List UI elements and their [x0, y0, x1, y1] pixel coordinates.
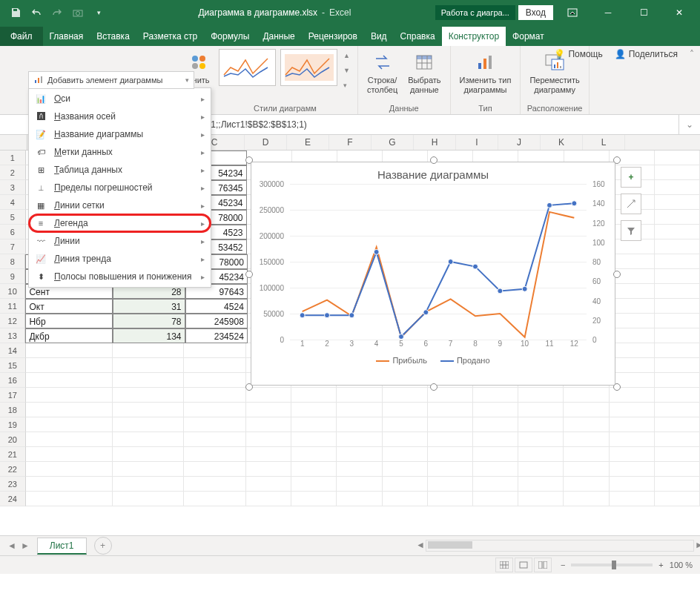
row-header[interactable]: 13 [0, 328, 25, 343]
dd-item-6[interactable]: ▦Линии сетки▸ [29, 196, 211, 214]
add-chart-element-button[interactable]: Добавить элемент диаграммы ▾ [28, 71, 194, 89]
row-header[interactable]: 6 [0, 225, 26, 239]
qat-dropdown-icon[interactable]: ▾ [90, 4, 107, 21]
chevron-right-icon: ▸ [201, 237, 205, 245]
row-header[interactable]: 24 [0, 492, 26, 506]
colh-d[interactable]: D [245, 135, 287, 150]
zoom-out-button[interactable]: − [561, 561, 565, 569]
row-header[interactable]: 23 [0, 477, 26, 492]
dd-item-3[interactable]: 🏷Метки данных▸ [29, 143, 211, 161]
chart-style-1[interactable] [219, 49, 276, 86]
camera-icon[interactable] [70, 4, 86, 21]
row-header[interactable]: 5 [0, 210, 26, 225]
row-header[interactable]: 14 [0, 343, 26, 358]
zoom-controls[interactable]: − + 100 % [561, 561, 693, 569]
chart-legend[interactable]: Прибыль Продано [251, 353, 615, 368]
zoom-value[interactable]: 100 % [670, 561, 693, 569]
row-header[interactable]: 12 [0, 314, 25, 328]
save-icon[interactable] [7, 4, 24, 21]
sheet-tab-active[interactable]: Лист1 [37, 538, 87, 555]
swap-row-col-button[interactable]: Строка/ столбец [364, 49, 400, 96]
row-header[interactable]: 4 [0, 195, 26, 210]
row-header[interactable]: 18 [0, 403, 26, 417]
select-all-corner[interactable] [0, 135, 27, 150]
row-header[interactable]: 20 [0, 432, 26, 447]
row-header[interactable]: 10 [0, 284, 25, 299]
view-page-break-button[interactable] [534, 558, 552, 572]
dd-item-4[interactable]: ⊞Таблица данных▸ [29, 161, 211, 179]
row-header[interactable]: 21 [0, 447, 26, 462]
expand-formula-icon[interactable]: ⌄ [678, 115, 700, 134]
sheet-nav[interactable]: ◄► [0, 540, 37, 551]
colh-f[interactable]: F [329, 135, 372, 150]
tab-review[interactable]: Рецензиров [302, 27, 364, 46]
add-element-label: Добавить элемент диаграммы [47, 76, 162, 85]
row-header[interactable]: 22 [0, 462, 26, 477]
colh-l[interactable]: L [583, 135, 625, 150]
undo-icon[interactable] [28, 4, 44, 21]
row-header[interactable]: 3 [0, 180, 26, 195]
row-header[interactable]: 19 [0, 417, 26, 432]
add-sheet-button[interactable]: + [94, 537, 112, 555]
tab-formulas[interactable]: Формулы [204, 27, 256, 46]
redo-icon[interactable] [49, 4, 65, 21]
row-header[interactable]: 7 [0, 239, 26, 254]
dd-item-5[interactable]: ⟂Пределы погрешностей▸ [29, 179, 211, 196]
tab-view[interactable]: Вид [364, 27, 394, 46]
tab-help[interactable]: Справка [394, 27, 442, 46]
row-header[interactable]: 11 [0, 299, 25, 314]
tab-data[interactable]: Данные [256, 27, 301, 46]
close-button[interactable]: ✕ [663, 0, 696, 24]
embedded-chart[interactable]: + Название диаграммы 0500001000001500002… [251, 162, 615, 386]
minimize-button[interactable]: ─ [592, 0, 624, 24]
dd-item-0[interactable]: 📊Оси▸ [29, 90, 211, 108]
share-button[interactable]: 👤Поделиться [615, 49, 678, 59]
ribbon-options-icon[interactable] [556, 0, 589, 24]
chart-title[interactable]: Название диаграммы [251, 162, 615, 184]
colh-j[interactable]: J [498, 135, 541, 150]
horizontal-scrollbar[interactable]: ◄► [112, 540, 700, 552]
chart-filter-side-button[interactable] [621, 220, 641, 241]
row-header[interactable]: 1 [0, 151, 26, 165]
tab-insert[interactable]: Вставка [90, 27, 136, 46]
dd-item-9[interactable]: 📈Линия тренда▸ [29, 250, 211, 268]
chart-style-2[interactable] [280, 49, 337, 86]
zoom-slider[interactable] [571, 563, 653, 566]
tab-file[interactable]: Файл [0, 27, 43, 46]
view-normal-button[interactable] [495, 558, 513, 572]
view-page-layout-button[interactable] [515, 558, 532, 572]
chart-plot-area[interactable]: 050000100000150000200000250000300000 020… [290, 184, 587, 340]
tab-layout[interactable]: Разметка стр [136, 27, 204, 46]
chart-styles-side-button[interactable] [621, 194, 641, 214]
change-chart-type-button[interactable]: Изменить тип диаграммы [457, 49, 515, 96]
sign-in-button[interactable]: Вход [518, 5, 553, 20]
colh-g[interactable]: G [372, 135, 414, 150]
row-header[interactable]: 16 [0, 373, 26, 388]
chart-add-element-side-button[interactable]: + [621, 167, 641, 188]
dd-item-2[interactable]: 📝Название диаграммы▸ [29, 125, 211, 143]
row-header[interactable]: 15 [0, 358, 26, 373]
dd-item-10[interactable]: ⬍Полосы повышения и понижения▸ [29, 268, 211, 285]
style-gallery-scroll[interactable]: ▲▼▾ [342, 49, 351, 92]
colh-i[interactable]: I [456, 135, 498, 150]
select-data-button[interactable]: Выбрать данные [405, 49, 443, 96]
colh-e[interactable]: E [287, 135, 329, 150]
colh-k[interactable]: K [541, 135, 583, 150]
formula-input[interactable] [136, 115, 678, 134]
zoom-in-button[interactable]: + [658, 561, 663, 569]
svg-point-29 [498, 288, 503, 294]
row-header[interactable]: 2 [0, 165, 26, 180]
dd-item-1[interactable]: 🅰Названия осей▸ [29, 108, 211, 125]
colh-h[interactable]: H [414, 135, 456, 150]
row-header[interactable]: 8 [0, 254, 25, 269]
row-header[interactable]: 9 [0, 269, 25, 284]
maximize-button[interactable]: ☐ [627, 0, 660, 24]
tab-home[interactable]: Главная [43, 27, 90, 46]
help-button[interactable]: 💡Помощь [554, 49, 602, 59]
tab-design[interactable]: Конструктор [442, 27, 506, 46]
dd-item-7[interactable]: ≡Легенда▸ [29, 214, 211, 232]
row-header[interactable]: 17 [0, 388, 26, 403]
tab-format[interactable]: Формат [506, 27, 551, 46]
dd-item-8[interactable]: 〰Линии▸ [29, 232, 211, 250]
collapse-ribbon-icon[interactable]: ˄ [690, 49, 694, 59]
